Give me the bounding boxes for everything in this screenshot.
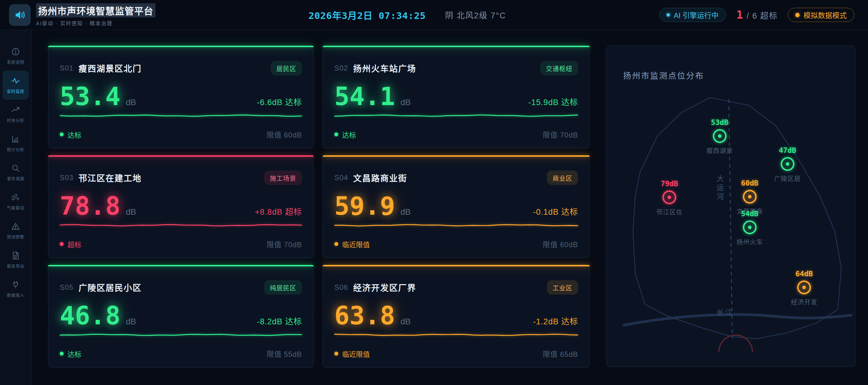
delta-label: -6.6dB 达标 xyxy=(257,96,302,108)
ai-engine-badge[interactable]: AI 引擎运行中 xyxy=(659,8,726,22)
noise-value: 54.1 xyxy=(334,84,395,109)
station-marker-icon xyxy=(662,190,676,204)
canal-label: 大运河 xyxy=(716,175,724,202)
zone-badge: 商业区 xyxy=(547,171,578,185)
station-marker-icon xyxy=(781,157,795,171)
station-name: 瘦西湖景区北门 xyxy=(79,62,142,74)
map-point-shouxihu[interactable]: 53dB 瘦西湖景 xyxy=(707,118,733,155)
sidebar-item-time-series[interactable]: 时序分析 xyxy=(2,100,29,129)
station-card-s06[interactable]: S06 经济开发区厂界 工业区 63.8 dB -1.2dB 达标 临近限值 限… xyxy=(323,265,590,367)
report-document-icon xyxy=(11,251,20,260)
status-badge: 超标 xyxy=(60,239,81,249)
map-point-hanjiang[interactable]: 79dB 邗江区在 xyxy=(656,180,683,216)
map-point-devzone[interactable]: 64dB 经济开发 xyxy=(791,270,817,306)
simulation-mode-badge[interactable]: 模拟数据模式 xyxy=(788,8,854,22)
status-dot-icon xyxy=(60,352,64,356)
station-marker-icon xyxy=(743,190,757,204)
sidebar-item-weather-link[interactable]: 气象联动 xyxy=(2,187,29,216)
simulation-mode-label: 模拟数据模式 xyxy=(803,10,847,20)
zone-badge: 工业区 xyxy=(547,280,578,295)
river-line xyxy=(623,315,852,325)
delta-label: +8.8dB 超标 xyxy=(255,205,302,217)
station-marker-icon xyxy=(713,129,726,143)
limit-label: 限值 60dB xyxy=(267,129,302,140)
sidebar-item-report-export[interactable]: 报告导出 xyxy=(2,245,29,274)
station-id: S01 xyxy=(60,64,73,72)
station-name: 经济开发区厂界 xyxy=(353,282,416,293)
limit-label: 限值 65dB xyxy=(542,348,578,359)
station-name: 广陵区居民小区 xyxy=(79,282,142,293)
status-badge: 达标 xyxy=(60,129,81,140)
map-point-guangling[interactable]: 47dB 广陵区居 xyxy=(774,146,801,183)
brand: 扬州市声环境智慧监管平台 AI驱动 · 实时感知 · 精准治理 xyxy=(9,3,155,27)
station-name: 文昌路商业街 xyxy=(353,172,407,184)
sidebar-item-realtime-monitor[interactable]: 实时监控 xyxy=(2,70,29,100)
status-badge: 临近限值 xyxy=(334,349,370,359)
datetime: 2026年3月2日 07:34:25 xyxy=(309,8,426,22)
noise-unit: dB xyxy=(400,98,411,107)
card-accent-bar xyxy=(323,46,590,47)
map-title: 扬州市监测点位分布 xyxy=(623,69,704,81)
zone-badge: 施工场景 xyxy=(264,171,302,185)
limit-label: 限值 70dB xyxy=(542,129,578,140)
sparkline xyxy=(60,114,302,117)
sparkline xyxy=(60,224,302,227)
noise-value: 78.8 xyxy=(60,194,120,218)
station-card-s04[interactable]: S04 文昌路商业街 商业区 59.9 dB -0.1dB 达标 临近限值 限值… xyxy=(323,155,590,258)
status-badge: 达标 xyxy=(334,129,356,140)
status-dot-icon xyxy=(334,132,338,136)
zone-badge: 居民区 xyxy=(271,61,302,76)
sidebar-item-forecast-alert[interactable]: 预测预警 xyxy=(2,216,29,245)
station-name: 邗江区在建工地 xyxy=(79,172,142,184)
limit-label: 限值 70dB xyxy=(267,239,302,249)
noise-value: 53.4 xyxy=(60,84,120,109)
station-marker-icon xyxy=(797,280,811,294)
sidebar-item-system-info[interactable]: 系统说明 xyxy=(2,41,29,70)
zone-badge: 交通枢纽 xyxy=(540,61,578,76)
limit-label: 限值 55dB xyxy=(267,348,302,359)
bar-chart-icon xyxy=(11,135,20,144)
delta-label: -8.2dB 达标 xyxy=(257,315,302,327)
status-dot-icon xyxy=(795,13,800,17)
station-id: S04 xyxy=(334,174,348,182)
status-dot-icon xyxy=(666,13,670,17)
plug-icon xyxy=(11,280,20,289)
station-card-s01[interactable]: S01 瘦西湖景区北门 居民区 53.4 dB -6.6dB 达标 达标 限值 … xyxy=(48,46,314,148)
station-id: S06 xyxy=(334,283,348,292)
exceed-total: / 6 超标 xyxy=(746,9,778,21)
sparkline xyxy=(334,224,578,227)
status-badge: 达标 xyxy=(60,349,81,359)
card-accent-bar xyxy=(48,265,314,266)
delta-label: -1.2dB 达标 xyxy=(533,315,578,327)
status-dot-icon xyxy=(60,132,64,136)
card-accent-bar xyxy=(323,265,590,266)
sidebar-item-data-access[interactable]: 数据接入 xyxy=(2,274,29,304)
noise-unit: dB xyxy=(126,98,136,107)
speaker-icon xyxy=(9,4,31,26)
status-dot-icon xyxy=(334,352,338,356)
weather-summary: 阴 北风2级 7°C xyxy=(445,9,506,21)
status-dot-icon xyxy=(60,242,64,246)
delta-label: -0.1dB 达标 xyxy=(533,205,578,217)
exceed-counter: 1 / 6 超标 xyxy=(736,8,778,21)
app-header: 扬州市声环境智慧监管平台 AI驱动 · 实时感知 · 精准治理 2026年3月2… xyxy=(0,0,868,30)
map-point-railway[interactable]: 54dB 扬州火车 xyxy=(737,210,763,246)
sparkline xyxy=(334,333,578,337)
station-marker-icon xyxy=(743,220,757,234)
station-card-s05[interactable]: S05 广陵区居民小区 纯居民区 46.8 dB -8.2dB 达标 达标 限值… xyxy=(48,265,314,367)
card-accent-bar xyxy=(48,46,314,47)
ai-engine-label: AI 引擎运行中 xyxy=(674,10,718,20)
city-map-art: 大运河 长江 xyxy=(607,46,855,367)
noise-unit: dB xyxy=(126,317,136,326)
wind-icon xyxy=(11,193,20,202)
sidebar-item-statistics[interactable]: 统计分析 xyxy=(2,129,29,158)
station-cards: S01 瘦西湖景区北门 居民区 53.4 dB -6.6dB 达标 达标 限值 … xyxy=(48,46,590,385)
station-id: S02 xyxy=(334,64,348,72)
station-card-s02[interactable]: S02 扬州火车站广场 交通枢纽 54.1 dB -15.9dB 达标 达标 限… xyxy=(323,46,590,148)
station-card-s03[interactable]: S03 邗江区在建工地 施工场景 78.8 dB +8.8dB 超标 超标 限值… xyxy=(48,155,314,258)
card-accent-bar xyxy=(323,155,590,157)
noise-value: 59.9 xyxy=(334,194,395,218)
sidebar-item-event-trace[interactable]: 事件溯源 xyxy=(2,158,29,187)
pulse-icon xyxy=(11,76,20,85)
search-icon xyxy=(11,164,20,173)
